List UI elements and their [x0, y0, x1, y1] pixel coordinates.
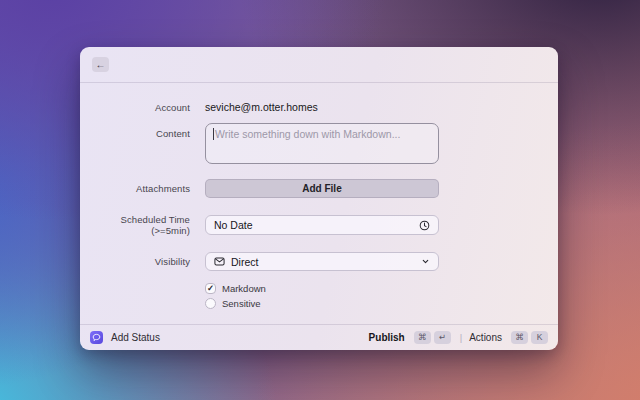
footer-title: Add Status: [111, 332, 160, 343]
speech-bubble-icon: [92, 333, 101, 342]
add-status-window: ← Account seviche@m.otter.homes Content …: [80, 47, 558, 350]
status-form: Account seviche@m.otter.homes Content At…: [80, 83, 558, 324]
add-file-button[interactable]: Add File: [205, 179, 439, 198]
scheduled-time-field[interactable]: No Date: [205, 215, 439, 235]
titlebar: ←: [80, 47, 558, 83]
command-key-icon: ⌘: [414, 331, 431, 344]
content-input[interactable]: [205, 123, 439, 164]
check-icon: ✓: [207, 284, 214, 293]
clock-icon[interactable]: [419, 220, 430, 231]
content-label: Content: [80, 123, 190, 139]
footer-divider: |: [460, 332, 462, 343]
sensitive-option-row: Sensitive: [205, 298, 558, 309]
scheduled-time-row: Scheduled Time (>=5min) No Date: [80, 214, 558, 236]
scheduled-time-label: Scheduled Time (>=5min): [80, 214, 190, 236]
markdown-checkbox[interactable]: ✓: [205, 283, 216, 294]
sensitive-option-label: Sensitive: [222, 298, 261, 309]
visibility-label: Visibility: [80, 256, 190, 267]
account-row: Account seviche@m.otter.homes: [80, 101, 558, 113]
visibility-value: Direct: [231, 256, 258, 268]
app-icon: [90, 331, 103, 344]
command-key-icon: ⌘: [511, 331, 528, 344]
sensitive-checkbox[interactable]: [205, 298, 216, 309]
back-button[interactable]: ←: [92, 57, 109, 72]
envelope-icon: [214, 256, 225, 267]
visibility-row: Visibility Direct: [80, 252, 558, 271]
publish-button[interactable]: Publish: [369, 332, 405, 343]
content-row: Content: [80, 123, 558, 164]
k-key-icon: K: [531, 331, 548, 344]
back-arrow-icon: ←: [96, 60, 106, 70]
account-label: Account: [80, 102, 190, 113]
account-value: seviche@m.otter.homes: [205, 101, 439, 113]
chevron-down-icon: [421, 257, 430, 266]
visibility-select[interactable]: Direct: [205, 252, 439, 271]
options-group: ✓ Markdown Sensitive: [80, 283, 558, 309]
actions-button[interactable]: Actions: [469, 332, 502, 343]
markdown-option-row: ✓ Markdown: [205, 283, 558, 294]
text-caret: [213, 128, 214, 140]
scheduled-time-value: No Date: [214, 219, 253, 231]
attachments-label: Attachments: [80, 183, 190, 194]
return-key-icon: ↵: [434, 331, 451, 344]
markdown-option-label: Markdown: [222, 283, 266, 294]
attachments-row: Attachments Add File: [80, 179, 558, 198]
footer-bar: Add Status Publish ⌘ ↵ | Actions ⌘ K: [80, 324, 558, 350]
